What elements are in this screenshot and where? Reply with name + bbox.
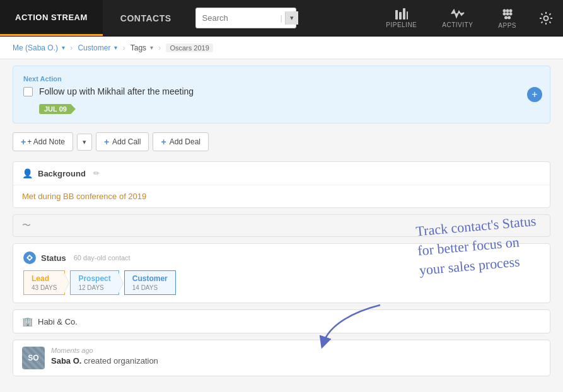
filter-me[interactable]: Me (Saba O.)	[13, 43, 58, 52]
timeline-text: Saba O. created organization	[51, 356, 541, 366]
filter-sep-2: ›	[122, 43, 125, 52]
pill-lead-days: 43 DAYS	[32, 284, 57, 291]
top-nav: ACTION STREAM CONTACTS | ▾ PIPELINE ACTI…	[0, 0, 563, 37]
activity-divider: 〜	[13, 214, 550, 237]
status-section: Status 60 day-old contact Lead 43 DAYS P…	[13, 243, 550, 303]
contacts-tab[interactable]: CONTACTS	[103, 0, 189, 36]
search-bar: | ▾	[195, 8, 296, 28]
svg-point-6	[509, 9, 512, 12]
apps-icon	[501, 8, 514, 20]
main-wrapper: Next Action Follow up with Mikhail after…	[0, 59, 563, 388]
background-section: 👤 Background ✏ Met during BB conference …	[13, 161, 550, 208]
add-note-button[interactable]: + + Add Note	[13, 132, 73, 151]
background-text: Met during BB conference of 2019	[22, 192, 146, 201]
activity-nav-button[interactable]: ACTIVITY	[429, 0, 485, 37]
svg-rect-2	[403, 8, 405, 20]
add-call-button[interactable]: + Add Call	[96, 132, 149, 151]
pill-prospect-days: 12 DAYS	[78, 284, 103, 291]
building-icon: 🏢	[22, 316, 33, 326]
main-content: Next Action Follow up with Mikhail after…	[0, 59, 563, 388]
activity-label: ACTIVITY	[442, 21, 473, 28]
next-action-content: Follow up with Mikhail after the meeting…	[23, 86, 540, 114]
action-stream-tab[interactable]: ACTION STREAM	[0, 0, 103, 36]
add-deal-label: Add Deal	[170, 137, 200, 146]
pipeline-nav-button[interactable]: PIPELINE	[373, 0, 429, 37]
svg-point-4	[502, 9, 506, 12]
company-section: 🏢 Habi & Co.	[13, 309, 550, 333]
svg-rect-1	[399, 12, 402, 20]
timeline-time: Moments ago	[51, 347, 541, 354]
apps-label: APPS	[498, 22, 516, 29]
svg-rect-3	[407, 11, 408, 20]
filter-sep-3: ›	[158, 43, 161, 52]
status-pill-customer[interactable]: Customer 14 DAYS	[124, 270, 176, 295]
pill-customer-name: Customer	[132, 274, 168, 283]
action-buttons-bar: + + Add Note ▾ + Add Call + Add Deal	[13, 132, 550, 151]
filter-bar: Me (Saba O.) ▾ › Customer ▾ › Tags ▾ › O…	[0, 37, 563, 59]
status-pill-lead[interactable]: Lead 43 DAYS	[23, 270, 65, 295]
svg-point-7	[502, 12, 506, 15]
status-pill-prospect[interactable]: Prospect 12 DAYS	[70, 270, 119, 295]
status-title: Status	[41, 253, 66, 263]
next-action-checkbox[interactable]	[23, 87, 33, 96]
search-dropdown-button[interactable]: ▾	[285, 11, 298, 25]
add-deal-plus: +	[161, 137, 166, 147]
background-title: Background	[38, 169, 86, 178]
edit-icon[interactable]: ✏	[93, 169, 100, 178]
apps-nav-button[interactable]: APPS	[485, 0, 529, 37]
pill-prospect-arrow-inner	[119, 274, 123, 292]
pill-prospect-name: Prospect	[78, 274, 110, 283]
svg-point-11	[508, 16, 511, 19]
timeline-item: SO Moments ago Saba O. created organizat…	[13, 340, 550, 376]
pipeline-icon	[395, 8, 408, 20]
svg-point-13	[28, 257, 31, 259]
tag-chip: Oscars 2019	[166, 43, 212, 52]
next-action-card: Next Action Follow up with Mikhail after…	[13, 66, 550, 124]
next-action-text: Follow up with Mikhail after the meeting	[39, 86, 194, 96]
timeline-author: Saba O.	[51, 356, 81, 366]
filter-customer[interactable]: Customer	[78, 43, 110, 52]
person-icon: 👤	[22, 168, 33, 178]
svg-rect-0	[395, 10, 398, 20]
svg-point-5	[506, 9, 509, 12]
next-action-label: Next Action	[23, 75, 540, 83]
me-dropdown-arrow: ▾	[62, 44, 65, 51]
add-deal-button[interactable]: + Add Deal	[153, 132, 209, 151]
company-name: Habi & Co.	[38, 317, 78, 326]
svg-point-8	[506, 12, 509, 15]
date-badge: JUL 09	[39, 104, 72, 114]
customer-dropdown-arrow: ▾	[114, 44, 117, 51]
next-action-details: Follow up with Mikhail after the meeting…	[39, 86, 194, 114]
status-pills: Lead 43 DAYS Prospect 12 DAYS Customer 1…	[23, 270, 540, 295]
activity-icon	[451, 8, 465, 20]
status-subtitle: 60 day-old contact	[74, 254, 131, 262]
settings-nav-button[interactable]	[529, 0, 563, 37]
pipeline-label: PIPELINE	[386, 21, 417, 28]
status-header: Status 60 day-old contact	[23, 251, 540, 264]
timeline-action: created organization	[84, 356, 158, 366]
note-dropdown-button[interactable]: ▾	[77, 134, 92, 151]
pill-lead-name: Lead	[32, 274, 49, 283]
timeline-content: Moments ago Saba O. created organization	[51, 347, 541, 366]
filter-tags[interactable]: Tags	[131, 43, 146, 52]
svg-point-9	[509, 12, 512, 15]
nav-right: PIPELINE ACTIVITY APPS	[373, 0, 563, 37]
add-note-label: + Add Note	[27, 137, 65, 146]
gear-icon	[539, 11, 553, 25]
pill-lead-arrow-inner	[64, 274, 69, 292]
filter-sep-1: ›	[70, 43, 73, 52]
divider: |	[281, 13, 282, 23]
wave-icon: 〜	[22, 220, 31, 231]
tags-dropdown-arrow: ▾	[150, 44, 153, 51]
svg-point-10	[504, 16, 508, 19]
pill-customer-days: 14 DAYS	[132, 284, 158, 291]
add-action-button[interactable]: +	[527, 87, 542, 102]
status-logo-icon	[23, 251, 36, 264]
search-input[interactable]	[202, 13, 278, 23]
avatar: SO	[22, 347, 45, 369]
svg-point-12	[544, 16, 548, 20]
background-header: 👤 Background ✏	[13, 162, 550, 185]
add-call-plus: +	[104, 137, 109, 147]
add-note-plus: +	[21, 137, 26, 147]
background-body: Met during BB conference of 2019	[13, 185, 550, 207]
